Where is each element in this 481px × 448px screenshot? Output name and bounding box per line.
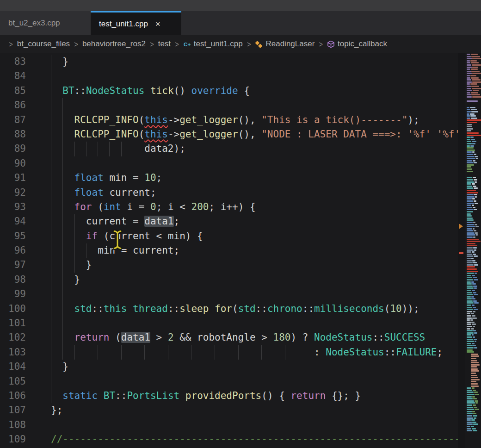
breadcrumb-item-topic-callback[interactable]: topic_callback: [327, 39, 387, 49]
indent-guide: [74, 214, 75, 229]
code-token: this: [144, 129, 168, 140]
code-line-84[interactable]: [51, 69, 458, 83]
code-line-105[interactable]: [51, 374, 458, 389]
indent-guide: [51, 113, 51, 127]
code-area[interactable]: } BT::NodeStatus tick() override { RCLCP…: [51, 53, 458, 448]
close-icon[interactable]: ×: [155, 19, 160, 28]
minimap[interactable]: [465, 53, 481, 448]
breadcrumb-item-bt-course-files[interactable]: bt_course_files: [17, 39, 70, 49]
code-line-95[interactable]: if (current < min) {: [51, 229, 458, 243]
code-line-90[interactable]: [51, 156, 458, 171]
breadcrumb-item-test[interactable]: test: [158, 39, 171, 49]
code-line-108[interactable]: [51, 418, 458, 432]
cpp-file-icon: C+: [183, 40, 191, 48]
code-token: BT: [62, 85, 74, 96]
code-line-107[interactable]: };: [51, 403, 458, 417]
code-token: static: [62, 390, 98, 401]
code-line-104[interactable]: }: [51, 360, 458, 374]
tab-label: bt_u2_ex3.cpp: [8, 19, 60, 28]
code-token: ::: [384, 347, 396, 358]
code-line-102[interactable]: return (data1 > 2 && robotAngle > 180) ?…: [51, 330, 458, 345]
code-line-83[interactable]: }: [51, 55, 458, 69]
code-token: "This is a tick()-------": [261, 114, 407, 125]
tab-bar: bt_u2_ex3.cpp test_unit1.cpp ×: [0, 11, 481, 35]
titlebar: [0, 0, 481, 11]
ruler-marker-arrow: [459, 224, 463, 229]
indent-guide: [238, 345, 239, 360]
line-number: 109: [0, 432, 51, 447]
indent-guide: [168, 345, 168, 360]
code-token: if: [86, 230, 98, 242]
code-line-97[interactable]: }: [51, 258, 458, 272]
code-token: PortsList: [127, 390, 179, 401]
code-token: [179, 390, 185, 401]
line-number: 99: [0, 287, 51, 301]
code-line-92[interactable]: float current;: [51, 186, 458, 200]
code-token: ::: [92, 303, 104, 314]
indent-guide: [261, 345, 262, 360]
indent-guide: [51, 316, 51, 330]
indent-guide: [51, 360, 51, 374]
code-token: 2: [168, 332, 174, 343]
code-token: >: [150, 332, 168, 343]
code-line-101[interactable]: [51, 316, 458, 330]
code-token: ;: [156, 172, 162, 183]
code-line-96[interactable]: min = current;: [51, 243, 458, 258]
overview-ruler[interactable]: [458, 53, 465, 448]
line-number: 105: [0, 374, 51, 389]
code-token: chrono: [267, 303, 302, 314]
code-line-86[interactable]: [51, 98, 458, 112]
breadcrumb-item-test-unit1-cpp[interactable]: C+test_unit1.cpp: [183, 39, 243, 49]
indent-guide: [51, 330, 51, 345]
code-token: ;: [174, 216, 180, 227]
code-line-88[interactable]: RCLCPP_INFO(this->get_logger(), "NODE : …: [51, 127, 458, 142]
line-number: 107: [0, 403, 51, 417]
code-line-91[interactable]: float min = 10;: [51, 171, 458, 185]
line-number: 88: [0, 127, 51, 142]
code-token: return: [290, 390, 326, 401]
tab-bt-u2-ex3[interactable]: bt_u2_ex3.cpp: [0, 11, 91, 35]
code-token: {}; }: [326, 390, 361, 401]
indent-guide: [62, 243, 63, 258]
code-token: providedPorts: [185, 390, 261, 401]
code-token: NodeStatus: [86, 85, 144, 96]
code-line-109[interactable]: //--------------------------------------…: [51, 432, 458, 447]
code-token: && robotAngle >: [174, 332, 273, 343]
code-line-85[interactable]: BT::NodeStatus tick() override {: [51, 84, 458, 98]
code-line-93[interactable]: for (int i = 0; i < 200; i++) {: [51, 200, 458, 214]
indent-guide: [62, 229, 63, 243]
indent-guide: [74, 258, 75, 272]
line-number: 93: [0, 200, 51, 214]
code-line-106[interactable]: static BT::PortsList providedPorts() { r…: [51, 389, 458, 403]
line-number: 104: [0, 360, 51, 374]
code-token: (: [109, 332, 121, 343]
indent-guide: [62, 273, 63, 287]
indent-guide: [51, 98, 51, 112]
line-number: 95: [0, 229, 51, 243]
code-token: BT: [104, 390, 115, 401]
code-token: ::: [168, 303, 179, 314]
code-line-103[interactable]: : NodeStatus::FAILURE;: [51, 345, 458, 360]
indent-guide: [86, 243, 86, 258]
indent-guide: [51, 229, 51, 243]
tab-test-unit1[interactable]: test_unit1.cpp ×: [91, 11, 181, 35]
code-token: ::: [115, 390, 127, 401]
code-line-94[interactable]: current = data1;: [51, 214, 458, 229]
code-line-87[interactable]: RCLCPP_INFO(this->get_logger(), "This is…: [51, 113, 458, 127]
breadcrumb-item-readinglaser[interactable]: ReadingLaser: [255, 39, 314, 49]
code-token: (: [139, 114, 145, 125]
code-token: tick: [150, 85, 174, 96]
code-token: (: [92, 201, 104, 212]
code-line-98[interactable]: }: [51, 273, 458, 287]
code-line-99[interactable]: [51, 287, 458, 301]
code-line-89[interactable]: data2);: [51, 142, 458, 156]
code-token: {: [238, 85, 250, 96]
breadcrumb-item-behaviortree-ros2[interactable]: behaviortree_ros2: [82, 39, 146, 49]
chevron-right-icon: >: [243, 39, 255, 49]
indent-guide: [51, 345, 51, 360]
method-symbol-icon: [327, 40, 335, 48]
indent-guide: [51, 142, 51, 156]
line-number: 83: [0, 55, 51, 69]
code-line-100[interactable]: std::this_thread::sleep_for(std::chrono:…: [51, 302, 458, 316]
code-token: }: [51, 274, 80, 285]
